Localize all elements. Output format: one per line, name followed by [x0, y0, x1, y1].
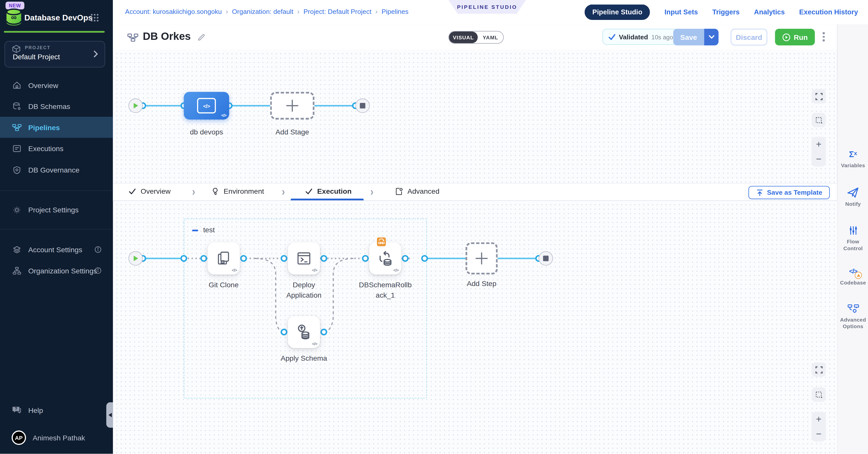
cube-icon — [12, 45, 21, 53]
breadcrumb-account[interactable]: Account: kurosakiichigo.songoku — [125, 7, 222, 15]
sidebar-item-project-settings[interactable]: Project Settings — [0, 199, 113, 220]
terminal-icon — [296, 250, 312, 267]
sidebar-item-pipelines[interactable]: Pipelines — [0, 117, 113, 138]
tab-execution[interactable]: Execution — [305, 187, 352, 195]
execution-end-node[interactable] — [539, 251, 553, 266]
tab-environment[interactable]: Environment — [212, 187, 264, 195]
step-node-dbschemarollback[interactable]: </> — [369, 242, 401, 274]
sidebar-item-label: Help — [28, 406, 43, 414]
pipeline-start-node[interactable] — [128, 99, 143, 113]
breadcrumb-separator: › — [293, 7, 303, 15]
marquee-select-button[interactable] — [811, 387, 826, 402]
add-stage-label: Add Stage — [248, 127, 337, 138]
sigma-icon: Σˣ — [849, 148, 857, 159]
breadcrumb-pipelines[interactable]: Pipelines — [381, 7, 408, 15]
stage-node-db-devops[interactable]: </> </> — [184, 92, 229, 120]
stage-name: db devops — [162, 127, 251, 138]
add-step-label: Add Step — [443, 279, 520, 289]
rail-label: Codebase — [840, 280, 866, 286]
paper-plane-icon — [847, 187, 859, 198]
sidebar-item-organization-settings[interactable]: Organization Settings — [0, 260, 113, 281]
info-icon[interactable] — [94, 246, 102, 254]
zoom-out-button[interactable]: − — [816, 429, 822, 439]
apply-schema-icon — [295, 323, 313, 341]
top-bar: Account: kurosakiichigo.songoku › Organi… — [113, 0, 868, 25]
rail-item-codebase[interactable]: </> Codebase — [837, 266, 868, 286]
rail-item-advanced-options[interactable]: Advanced Options — [837, 303, 868, 330]
tab-execution-history[interactable]: Execution History — [799, 8, 858, 16]
save-options-button[interactable] — [704, 29, 719, 45]
zoom-controls: + − — [811, 412, 826, 442]
breadcrumb-organization[interactable]: Organization: default — [232, 7, 293, 15]
collapse-minus-icon[interactable] — [192, 230, 198, 231]
discard-button[interactable]: Discard — [731, 29, 767, 45]
visual-yaml-toggle: VISUAL YAML — [448, 31, 504, 44]
info-icon[interactable] — [94, 267, 102, 274]
plus-icon — [476, 252, 488, 264]
tab-triggers[interactable]: Triggers — [712, 8, 740, 16]
pipeline-toolbar: DB Orkes VISUAL YAML Validated 10s ago S… — [113, 25, 837, 51]
stage-canvas[interactable]: </> </> db devops Add Stage + − — [113, 50, 837, 183]
user-menu[interactable]: AP Animesh Pathak — [0, 427, 113, 448]
rail-item-notify[interactable]: Notify — [837, 187, 868, 208]
rail-item-variables[interactable]: Σˣ Variables — [837, 148, 868, 169]
execution-start-node[interactable] — [128, 251, 143, 266]
custom-stage-icon: </> — [197, 98, 216, 113]
tab-overview[interactable]: Overview — [128, 187, 170, 195]
code-badge: </> — [231, 268, 237, 273]
tab-input-sets[interactable]: Input Sets — [664, 8, 698, 16]
sidebar-collapse-handle[interactable] — [106, 402, 114, 428]
more-options-icon[interactable] — [822, 31, 826, 42]
execution-canvas[interactable]: test </> </> </> — [113, 201, 837, 454]
sidebar-item-account-settings[interactable]: Account Settings — [0, 239, 113, 260]
sidebar-item-help[interactable]: ? Help — [0, 399, 113, 420]
save-as-template-button[interactable]: Save as Template — [748, 186, 830, 199]
tab-label: Execution — [317, 187, 351, 195]
step-node-apply-schema[interactable]: </> — [288, 316, 320, 348]
run-label: Run — [794, 33, 808, 41]
tab-separator: › — [370, 185, 373, 199]
visual-toggle[interactable]: VISUAL — [449, 32, 478, 43]
flowchart-gear-icon — [847, 303, 859, 314]
zoom-out-button[interactable]: − — [816, 154, 822, 164]
tab-pipeline-studio[interactable]: Pipeline Studio — [585, 4, 650, 20]
step-label: Git Clone — [185, 280, 262, 290]
edit-pencil-icon[interactable] — [197, 33, 206, 41]
execution-connector-lines — [113, 201, 837, 454]
sidebar-item-label: Project Settings — [28, 205, 79, 214]
sidebar-item-db-schemas[interactable]: DB Schemas — [0, 96, 113, 117]
rail-item-flow-control[interactable]: Flow Control — [837, 225, 868, 252]
tab-analytics[interactable]: Analytics — [754, 8, 785, 16]
step-node-git-clone[interactable]: </> — [208, 242, 240, 274]
breadcrumb-project[interactable]: Project: Default Project — [304, 7, 371, 15]
yaml-toggle[interactable]: YAML — [478, 32, 503, 43]
zoom-in-button[interactable]: + — [816, 139, 822, 149]
code-badge: </> — [312, 342, 317, 347]
tab-advanced[interactable]: Advanced — [395, 187, 439, 195]
sidebar-item-overview[interactable]: Overview — [0, 75, 113, 96]
app-grid-icon[interactable] — [90, 13, 99, 22]
save-button[interactable]: Save — [673, 29, 704, 45]
sidebar-item-executions[interactable]: Executions — [0, 138, 113, 159]
stop-icon — [543, 256, 549, 261]
user-name: Animesh Pathak — [33, 433, 85, 442]
project-selector[interactable]: PROJECT Default Project — [4, 41, 105, 67]
marquee-select-button[interactable] — [811, 113, 826, 127]
zoom-in-button[interactable]: + — [816, 414, 822, 424]
save-as-template-label: Save as Template — [767, 189, 822, 196]
tab-label: Advanced — [407, 187, 439, 195]
fit-to-screen-button[interactable] — [811, 362, 826, 377]
add-step-button[interactable] — [466, 242, 498, 274]
pipeline-end-node[interactable] — [355, 99, 370, 113]
layers-gear-icon — [11, 245, 22, 255]
step-node-deploy-application[interactable]: </> — [288, 242, 320, 274]
rail-label: Advanced Options — [837, 317, 868, 330]
group-header[interactable]: test — [192, 225, 215, 235]
validated-chip[interactable]: Validated 10s ago — [602, 29, 679, 45]
code-badge: </> — [312, 268, 317, 273]
check-icon — [128, 188, 136, 194]
add-stage-button[interactable] — [270, 92, 315, 120]
fit-to-screen-button[interactable] — [811, 89, 826, 103]
run-button[interactable]: Run — [775, 29, 815, 45]
sidebar-item-db-governance[interactable]: DB Governance — [0, 159, 113, 180]
